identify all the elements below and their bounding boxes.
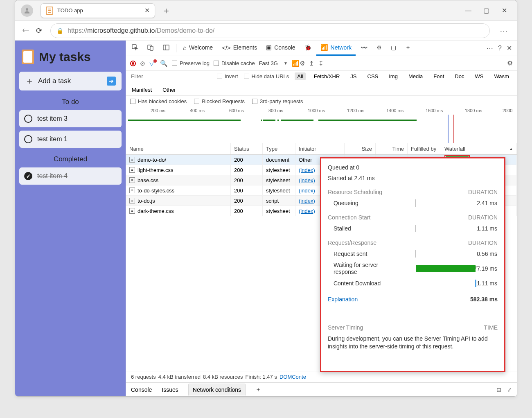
- tab-close-icon[interactable]: ✕: [144, 7, 150, 14]
- new-tab-button[interactable]: ＋: [162, 5, 171, 17]
- tab-elements[interactable]: </>Elements: [218, 41, 261, 56]
- disable-cache-checkbox[interactable]: Disable cache: [214, 60, 255, 66]
- toolbar-settings-icon[interactable]: ⚙: [507, 59, 513, 67]
- svg-rect-4: [163, 45, 169, 50]
- add-task-input[interactable]: ＋ Add a task ➜: [19, 72, 122, 90]
- settings-gear-icon[interactable]: ⚙: [372, 41, 386, 56]
- filter-type[interactable]: WS: [472, 72, 486, 80]
- section-completed: Completed: [19, 155, 122, 163]
- record-icon[interactable]: [130, 61, 136, 66]
- filter-type[interactable]: Fetch/XHR: [311, 72, 343, 80]
- back-button[interactable]: 🡐: [19, 24, 32, 37]
- col-header-time[interactable]: Time: [376, 143, 408, 154]
- clear-icon[interactable]: ⊘: [140, 60, 145, 67]
- export-icon[interactable]: ↧: [318, 60, 324, 67]
- drawer-errors-icon[interactable]: ⊟: [496, 386, 501, 393]
- drawer-expand-icon[interactable]: ⤢: [507, 386, 512, 393]
- drawer-add-icon[interactable]: ＋: [255, 386, 261, 393]
- tt-waiting-label: Waiting for server response: [334, 262, 403, 276]
- col-header-type[interactable]: Type: [263, 143, 295, 154]
- tt-stalled-val: 1.11 ms: [464, 225, 497, 232]
- import-icon[interactable]: ↥: [309, 60, 314, 67]
- titlebar: TODO app ✕ ＋ — ▢ ✕: [15, 0, 517, 21]
- network-toolbar: ⊘ 🔍 Preserve log Disable cache Fast 3G ▼…: [126, 56, 517, 71]
- table-header[interactable]: Name Status Type Initiator Size Time Ful…: [126, 143, 517, 155]
- task-item-completed[interactable]: ✓ test item 4: [19, 167, 122, 185]
- help-icon[interactable]: ?: [498, 45, 502, 52]
- dock-icon[interactable]: [159, 41, 174, 56]
- more-icon[interactable]: ⋯: [487, 44, 493, 52]
- filter-type[interactable]: JS: [348, 72, 359, 80]
- task-item[interactable]: test item 1: [19, 131, 122, 148]
- radio-icon[interactable]: [24, 115, 32, 123]
- filter-type[interactable]: Other: [160, 86, 178, 94]
- app-panel: My tasks ＋ Add a task ➜ To do test item …: [15, 41, 126, 396]
- app-title: My tasks: [39, 50, 91, 64]
- filter-type[interactable]: Img: [386, 72, 400, 80]
- drawer-console[interactable]: Console: [131, 386, 152, 393]
- invert-checkbox[interactable]: Invert: [217, 73, 238, 79]
- tt-server-note: During development, you can use the Serv…: [328, 335, 498, 351]
- profile-avatar[interactable]: [21, 5, 33, 17]
- throttle-select[interactable]: Fast 3G: [259, 60, 280, 66]
- network-timeline[interactable]: 200 ms 400 ms 600 ms 800 ms 1000 ms 1200…: [126, 107, 517, 143]
- col-header-fulfilled[interactable]: Fulfilled by: [408, 143, 441, 154]
- refresh-button[interactable]: ⟳: [32, 24, 45, 37]
- col-header-initiator[interactable]: Initiator: [295, 143, 345, 154]
- col-header-waterfall[interactable]: Waterfall▲: [441, 143, 517, 154]
- network-conditions-icon[interactable]: 📶⚙: [292, 60, 305, 67]
- drawer-network-conditions[interactable]: Network conditions: [188, 384, 246, 395]
- tab-network[interactable]: 📶Network: [316, 41, 356, 56]
- explanation-link[interactable]: Explanation: [328, 296, 358, 303]
- url-text: https://microsoftedge.github.io/Demos/de…: [68, 27, 214, 34]
- third-party-checkbox[interactable]: 3rd-party requests: [252, 98, 303, 104]
- tooltip-started: Started at 2.41 ms: [328, 175, 498, 181]
- check-icon[interactable]: ✓: [24, 172, 32, 180]
- device-icon[interactable]: [143, 41, 158, 56]
- filter-type[interactable]: Doc: [452, 72, 467, 80]
- filter-funnel-icon[interactable]: [149, 60, 156, 67]
- tt-total: 582.38 ms: [470, 296, 498, 303]
- timeline-tick: 1000 ms: [308, 108, 325, 113]
- filter-type-all[interactable]: All: [295, 72, 305, 80]
- filter-type[interactable]: Font: [431, 72, 446, 80]
- tooltip-queued: Queued at 0: [328, 164, 498, 171]
- filter-type[interactable]: Wasm: [491, 72, 511, 80]
- maximize-icon[interactable]: ▢: [483, 8, 489, 14]
- submit-icon[interactable]: ➜: [107, 77, 116, 86]
- tt-download-val: 1.11 ms: [464, 280, 497, 287]
- filter-type[interactable]: Manifest: [129, 86, 154, 94]
- preserve-log-checkbox[interactable]: Preserve log: [172, 60, 210, 66]
- minimize-icon[interactable]: —: [465, 8, 471, 14]
- timeline-tick: 1600 ms: [426, 108, 443, 113]
- radio-icon[interactable]: [24, 135, 32, 143]
- tab-welcome[interactable]: ⌂Welcome: [179, 41, 217, 56]
- search-icon[interactable]: 🔍: [160, 60, 168, 67]
- filter-type[interactable]: Media: [406, 72, 425, 80]
- tab-console[interactable]: ▣Console: [262, 41, 299, 56]
- col-header-name[interactable]: Name: [126, 143, 231, 154]
- browser-menu-icon[interactable]: ⋯: [495, 26, 513, 36]
- tt-queueing-val: 2.41 ms: [464, 200, 497, 206]
- filter-type[interactable]: CSS: [365, 72, 381, 80]
- blocked-requests-checkbox[interactable]: Blocked Requests: [194, 98, 245, 104]
- browser-tab[interactable]: TODO app ✕: [41, 3, 155, 18]
- blocked-cookies-checkbox[interactable]: Has blocked cookies: [130, 98, 187, 104]
- performance-icon[interactable]: 〰️: [356, 41, 372, 56]
- col-header-status[interactable]: Status: [231, 143, 263, 154]
- tab-favicon-icon: [46, 7, 53, 15]
- task-label: test item 1: [37, 136, 68, 143]
- task-item[interactable]: test item 3: [19, 110, 122, 127]
- drawer-issues[interactable]: Issues: [162, 386, 178, 393]
- inspect-icon[interactable]: [128, 41, 142, 56]
- add-tab-icon[interactable]: ＋: [401, 41, 415, 56]
- app-icon[interactable]: ▢: [387, 41, 400, 56]
- address-bar[interactable]: 🔒 https://microsoftedge.github.io/Demos/…: [50, 23, 490, 38]
- col-header-size[interactable]: Size: [345, 143, 376, 154]
- hide-data-urls-checkbox[interactable]: Hide data URLs: [244, 73, 289, 79]
- close-icon[interactable]: ✕: [501, 8, 507, 14]
- tt-section-req: Request/Response: [328, 240, 376, 246]
- close-devtools-icon[interactable]: ✕: [507, 44, 512, 52]
- bug-icon[interactable]: 🐞: [300, 41, 316, 56]
- filter-input[interactable]: [129, 72, 211, 80]
